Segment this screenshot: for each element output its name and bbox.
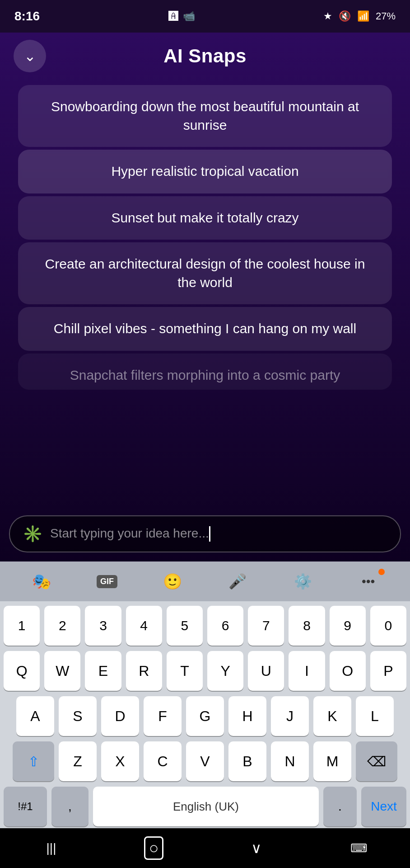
key-y[interactable]: Y: [207, 651, 243, 691]
key-n[interactable]: N: [271, 741, 309, 781]
keyboard-toolbar: 🎭 GIF 🙂 🎤 ⚙️ •••: [0, 561, 410, 601]
key-a[interactable]: A: [16, 696, 54, 736]
microphone-icon: 🎤: [228, 573, 247, 590]
recent-nav-button[interactable]: ∨: [234, 835, 279, 862]
key-u[interactable]: U: [248, 651, 284, 691]
key-w[interactable]: W: [44, 651, 80, 691]
key-o[interactable]: O: [330, 651, 366, 691]
symbols-button[interactable]: !#1: [4, 787, 47, 826]
suggestion-item-2[interactable]: Hyper realistic tropical vacation: [18, 150, 392, 193]
key-z[interactable]: Z: [59, 741, 97, 781]
gif-icon: GIF: [97, 575, 117, 588]
suggestion-text-1: Snowboarding down the most beautiful mou…: [51, 99, 359, 132]
key-9[interactable]: 9: [330, 606, 366, 646]
input-box[interactable]: ✳️ Start typing your idea here...: [9, 515, 401, 552]
key-b[interactable]: B: [228, 741, 266, 781]
keyboard-nav-icon: ⌨: [350, 841, 368, 855]
zxcv-row: ⇧ Z X C V B N M ⌫: [4, 741, 406, 781]
comma-button[interactable]: ,: [51, 787, 89, 826]
space-button[interactable]: English (UK): [93, 787, 319, 826]
key-l[interactable]: L: [356, 696, 394, 736]
microphone-button[interactable]: 🎤: [219, 567, 256, 596]
idea-input[interactable]: Start typing your idea here...: [50, 526, 387, 542]
key-q[interactable]: Q: [4, 651, 40, 691]
sparkle-icon: ✳️: [23, 524, 43, 543]
suggestion-text-6: Snapchat filters morphing into a cosmic …: [70, 368, 340, 382]
gear-icon: ⚙️: [294, 573, 312, 590]
mute-icon: 🔇: [339, 10, 351, 22]
text-cursor: [209, 526, 210, 542]
key-h[interactable]: H: [228, 696, 266, 736]
camera-icon: 📹: [183, 10, 195, 22]
sticker-icon: 🎭: [32, 572, 51, 590]
suggestions-list: Snowboarding down the most beautiful mou…: [0, 71, 410, 508]
notification-dot: [378, 569, 385, 575]
key-3[interactable]: 3: [85, 606, 121, 646]
suggestion-item-4[interactable]: Create an architectural design of the co…: [18, 242, 392, 304]
keyboard-nav-button[interactable]: ⌨: [336, 835, 382, 862]
key-k[interactable]: K: [313, 696, 351, 736]
key-d[interactable]: D: [101, 696, 139, 736]
key-i[interactable]: I: [289, 651, 325, 691]
key-6[interactable]: 6: [207, 606, 243, 646]
key-t[interactable]: T: [167, 651, 203, 691]
emoji-button[interactable]: 🙂: [154, 567, 191, 596]
key-7[interactable]: 7: [248, 606, 284, 646]
key-v[interactable]: V: [186, 741, 224, 781]
gif-button[interactable]: GIF: [89, 567, 125, 596]
backspace-button[interactable]: ⌫: [356, 741, 397, 781]
qwerty-row: Q W E R T Y U I O P: [4, 651, 406, 691]
key-p[interactable]: P: [370, 651, 406, 691]
page-title: AI Snaps: [163, 45, 247, 67]
key-x[interactable]: X: [101, 741, 139, 781]
suggestion-item-1[interactable]: Snowboarding down the most beautiful mou…: [18, 85, 392, 147]
input-placeholder: Start typing your idea here...: [50, 526, 209, 540]
key-2[interactable]: 2: [44, 606, 80, 646]
back-nav-button[interactable]: |||: [29, 835, 74, 862]
key-s[interactable]: S: [59, 696, 97, 736]
back-button[interactable]: ⌄: [14, 40, 46, 72]
keyboard-rows: 1 2 3 4 5 6 7 8 9 0 Q W E R T Y U I O P …: [0, 601, 410, 828]
bottom-row: !#1 , English (UK) . Next: [4, 787, 406, 826]
settings-button[interactable]: ⚙️: [285, 567, 321, 596]
back-nav-icon: |||: [47, 841, 56, 855]
key-f[interactable]: F: [144, 696, 182, 736]
asdf-row: A S D F G H J K L: [4, 696, 406, 736]
suggestion-item-6[interactable]: Snapchat filters morphing into a cosmic …: [18, 354, 392, 390]
battery-text: 27%: [376, 10, 396, 22]
home-nav-button[interactable]: ○: [131, 835, 177, 862]
facebook-icon: 🅰: [168, 10, 178, 22]
key-5[interactable]: 5: [167, 606, 203, 646]
key-r[interactable]: R: [126, 651, 162, 691]
shift-button[interactable]: ⇧: [13, 741, 54, 781]
keyboard: 🎭 GIF 🙂 🎤 ⚙️ ••• 1 2 3 4 5 6 7 8: [0, 561, 410, 828]
suggestion-text-4: Create an architectural design of the co…: [45, 256, 365, 290]
emoji-sticker-button[interactable]: 🎭: [23, 567, 60, 596]
suggestion-item-3[interactable]: Sunset but make it totally crazy: [18, 196, 392, 240]
key-1[interactable]: 1: [4, 606, 40, 646]
key-0[interactable]: 0: [370, 606, 406, 646]
emoji-icon: 🙂: [163, 572, 182, 590]
next-label: Next: [371, 799, 397, 814]
key-j[interactable]: J: [271, 696, 309, 736]
key-m[interactable]: M: [313, 741, 351, 781]
wifi-icon: 📶: [357, 10, 369, 22]
number-row: 1 2 3 4 5 6 7 8 9 0: [4, 606, 406, 646]
more-button[interactable]: •••: [350, 567, 387, 596]
key-g[interactable]: G: [186, 696, 224, 736]
status-icons: 🅰 📹: [168, 10, 195, 22]
period-button[interactable]: .: [323, 787, 357, 826]
next-button[interactable]: Next: [361, 787, 406, 826]
suggestion-text-5: Chill pixel vibes - something I can hang…: [54, 321, 356, 336]
status-right: ★ 🔇 📶 27%: [323, 10, 396, 22]
home-nav-icon: ○: [144, 836, 164, 860]
status-time: 8:16: [14, 9, 40, 24]
status-bar: 8:16 🅰 📹 ★ 🔇 📶 27%: [0, 0, 410, 33]
suggestion-item-5[interactable]: Chill pixel vibes - something I can hang…: [18, 307, 392, 351]
key-c[interactable]: C: [144, 741, 182, 781]
header: ⌄ AI Snaps: [0, 33, 410, 71]
key-e[interactable]: E: [85, 651, 121, 691]
key-8[interactable]: 8: [289, 606, 325, 646]
chevron-down-icon: ⌄: [24, 49, 36, 63]
key-4[interactable]: 4: [126, 606, 162, 646]
